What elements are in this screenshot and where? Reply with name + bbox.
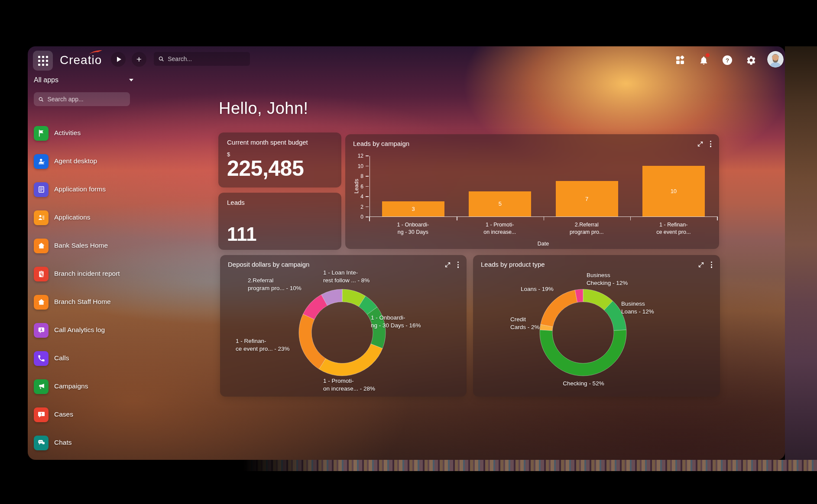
incident-report-icon [34, 267, 49, 281]
donut-slice[interactable] [299, 314, 326, 369]
expand-icon[interactable] [444, 262, 451, 268]
sidebar-item-activities[interactable]: Activities [34, 119, 151, 147]
widget-title: Deposit dollars by campaign [228, 261, 309, 268]
sidebar-item-chats[interactable]: Chats [34, 429, 151, 457]
widget-title: Leads by campaign [353, 140, 409, 147]
phone-icon [34, 351, 49, 366]
search-icon [38, 96, 44, 103]
sidebar-item-label: Calls [54, 354, 132, 362]
quick-add-button[interactable]: + [132, 52, 146, 67]
bar-value-label: 7 [556, 181, 618, 216]
sidebar-item-call-analytics-log[interactable]: Call Analytics log [34, 316, 151, 344]
sidebar-item-label: Branch incident report [54, 270, 132, 278]
search-input[interactable] [168, 55, 246, 62]
bar-value-label: 5 [469, 191, 531, 216]
app-window: Creatio + ? [28, 46, 785, 460]
sidebar-app-list: ActivitiesAgent desktopApplication forms… [34, 119, 151, 457]
notification-badge [706, 53, 710, 57]
flag-icon [34, 126, 49, 141]
x-axis-title: Date [370, 241, 717, 247]
play-icon [117, 57, 121, 62]
sidebar-item-label: Cases [54, 410, 132, 419]
bar-category-label: 2.Referral program pro... [543, 221, 630, 236]
bar[interactable]: 3 [382, 201, 444, 216]
sidebar-item-applications[interactable]: Applications [34, 204, 151, 232]
x-axis-labels: 1 - Onboardi- ng - 30 Days1 - Promoti- o… [370, 221, 717, 236]
sidebar-item-agent-desktop[interactable]: Agent desktop [34, 147, 151, 175]
bar-value-label: 3 [382, 201, 444, 216]
kpi-value: 111 [227, 225, 333, 244]
bar[interactable]: 7 [556, 181, 618, 216]
donut-slice[interactable] [319, 344, 383, 376]
bar[interactable]: 10 [642, 166, 705, 216]
expand-icon[interactable] [697, 141, 704, 147]
global-search [154, 52, 250, 66]
widget-leads-by-product-type: Leads by product type Business Checking … [473, 255, 720, 397]
bar[interactable]: 5 [469, 191, 531, 216]
call-analytics-icon [34, 323, 49, 338]
donut-chart [298, 288, 386, 377]
kpi-card-spent-budget: Current month spent budget $ 225,485 [218, 132, 341, 187]
screen-edge-artifact [243, 460, 817, 471]
workspace-selector[interactable]: All apps [34, 74, 141, 86]
search-icon [158, 55, 164, 62]
sidebar-item-label: Activities [54, 129, 132, 137]
creatio-logo: Creatio [60, 53, 102, 67]
donut-slice[interactable] [541, 290, 577, 327]
expand-icon[interactable] [698, 262, 704, 268]
slice-label: Checking - 52% [538, 380, 629, 388]
sidebar-item-label: Bank Sales Home [54, 242, 132, 250]
sidebar-item-cases[interactable]: Cases [34, 401, 151, 429]
kebab-menu-icon[interactable] [710, 261, 713, 269]
app-launcher-button[interactable] [33, 51, 53, 71]
sidebar-item-label: Chats [54, 439, 132, 447]
bar-category-label: 1 - Refinan- ce event pro... [630, 221, 717, 236]
donut-chart [539, 288, 627, 377]
help-button[interactable]: ? [722, 55, 733, 66]
help-icon: ? [722, 55, 733, 65]
y-tick: 12 [358, 153, 369, 159]
run-process-button[interactable] [111, 52, 126, 67]
widget-leads-by-campaign: Leads by campaign Leads 024681012 35710 … [345, 134, 719, 249]
slice-label: 1 - Loan Inte- rest follow ... - 8% [323, 269, 370, 284]
donut-slice[interactable] [540, 330, 626, 376]
logo-swoosh-icon [89, 50, 103, 55]
sidebar-item-calls[interactable]: Calls [34, 344, 151, 372]
kebab-menu-icon[interactable] [709, 140, 712, 148]
slice-label: Credit Cards - 2% [510, 316, 540, 331]
kebab-menu-icon[interactable] [457, 261, 460, 269]
kpi-value: 225,485 [227, 158, 333, 180]
slice-label: 1 - Promoti- on increase... - 28% [323, 377, 375, 393]
page-title: Hello, John! [219, 99, 308, 118]
home-icon [34, 295, 49, 310]
sidebar-item-branch-incident-report[interactable]: Branch incident report [34, 260, 151, 288]
user-avatar[interactable] [767, 51, 784, 68]
avatar-photo [767, 51, 784, 68]
applications-icon [34, 210, 49, 225]
bar-plot-area: 35710 [370, 156, 717, 217]
workspace-label: All apps [34, 76, 58, 84]
app-search-input[interactable] [47, 96, 126, 103]
home-icon [34, 239, 49, 253]
slice-label: 1 - Onboardi- ng - 30 Days - 16% [371, 314, 421, 330]
currency-prefix: $ [227, 151, 333, 158]
gear-icon [746, 55, 756, 65]
apps-menu-button[interactable] [674, 55, 686, 66]
sidebar-item-label: Campaigns [54, 382, 132, 391]
svg-text:?: ? [726, 57, 729, 64]
slice-label: 2.Referral program pro... - 10% [248, 277, 302, 292]
sidebar-item-campaigns[interactable]: Campaigns [34, 372, 151, 401]
bar-category-label: 1 - Onboardi- ng - 30 Days [370, 221, 457, 236]
y-tick: 2 [360, 204, 369, 210]
widget-title: Leads by product type [481, 261, 545, 268]
y-tick: 6 [360, 184, 369, 190]
notifications-button[interactable] [698, 55, 709, 66]
bar-category-label: 1 - Promoti- on increase... [457, 221, 544, 236]
sidebar-item-branch-staff-home[interactable]: Branch Staff Home [34, 288, 151, 316]
sidebar-item-application-forms[interactable]: Application forms [34, 175, 151, 204]
sidebar-item-label: Applications [54, 213, 132, 222]
sidebar-item-bank-sales-home[interactable]: Bank Sales Home [34, 232, 151, 260]
slice-label: Business Loans - 12% [621, 300, 654, 316]
settings-button[interactable] [746, 55, 757, 66]
y-axis: 024681012 [345, 156, 369, 217]
